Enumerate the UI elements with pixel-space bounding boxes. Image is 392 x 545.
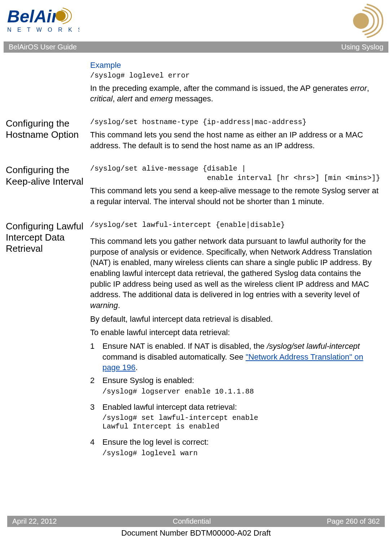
hostname-description: This command lets you send the host name…	[90, 129, 378, 151]
example-code: /syslog# loglevel error	[90, 71, 378, 80]
svg-point-3	[353, 13, 369, 29]
keepalive-code-line2: enable interval [hr <hrs>] [min <mins>]}	[90, 174, 380, 183]
keepalive-code-line1: /syslog/set alive-message {disable |	[90, 164, 380, 173]
chapter-title: Using Syslog	[341, 43, 383, 51]
lawful-code: /syslog/set lawful-intercept {enable|dis…	[90, 221, 378, 229]
guide-title: BelAirOS User Guide	[9, 43, 77, 51]
hostname-code: /syslog/set hostname-type {ip-address|ma…	[90, 118, 378, 127]
step-2-code: /syslog# logserver enable 10.1.1.88	[102, 387, 378, 396]
lawful-default-note: By default, lawful intercept data retrie…	[90, 314, 378, 325]
keepalive-description: This command lets you send a keep-alive …	[90, 185, 380, 207]
decorative-icon	[342, 4, 385, 38]
lawful-heading: Configuring Lawful Intercept Data Retrie…	[6, 221, 90, 255]
step-2: 2 Ensure Syslog is enabled: /syslog# log…	[90, 375, 378, 400]
lawful-steps: 1 Ensure NAT is enabled. If NAT is disab…	[90, 341, 378, 461]
document-number: Document Number BDTM00000-A02 Draft	[4, 528, 388, 538]
step-3: 3 Enabled lawful intercept data retrieva…	[90, 402, 378, 435]
step-4: 4 Ensure the log level is correct: /sysl…	[90, 437, 378, 461]
lawful-enable-intro: To enable lawful intercept data retrieva…	[90, 327, 378, 338]
lawful-description: This command lets you gather network dat…	[90, 236, 378, 311]
header-logos: BelAir N E T W O R K S	[4, 4, 388, 41]
svg-point-1	[56, 11, 66, 21]
step-4-code: /syslog# loglevel warn	[102, 449, 378, 458]
footer-page: Page 260 of 362	[327, 517, 380, 526]
hostname-heading: Configuring the Hostname Option	[6, 118, 90, 140]
keepalive-heading: Configuring the Keep-alive Interval	[6, 164, 90, 187]
svg-text:BelAir: BelAir	[7, 7, 59, 26]
footer-date: April 22, 2012	[12, 517, 57, 526]
example-description: In the preceding example, after the comm…	[90, 83, 378, 104]
step-1: 1 Ensure NAT is enabled. If NAT is disab…	[90, 341, 378, 373]
step-3-code: /syslog# set lawful-intercept enable Law…	[102, 414, 378, 431]
footer-confidential: Confidential	[173, 517, 211, 526]
svg-text:N E T W O R K S: N E T W O R K S	[7, 27, 79, 33]
belair-logo: BelAir N E T W O R K S	[7, 4, 79, 36]
footer-bar: April 22, 2012 Confidential Page 260 of …	[7, 516, 385, 527]
header-bar: BelAirOS User Guide Using Syslog	[4, 41, 388, 53]
example-heading: Example	[90, 60, 378, 71]
